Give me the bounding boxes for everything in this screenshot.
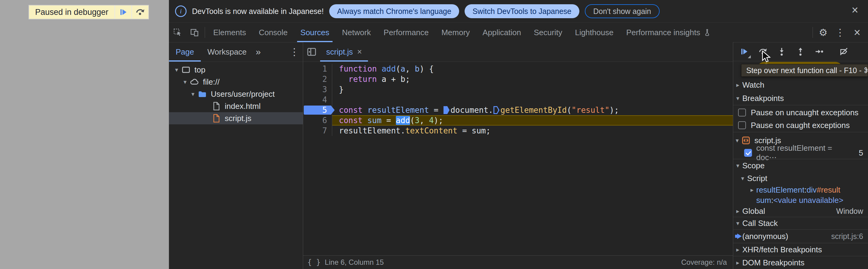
pretty-print-button[interactable]: { } bbox=[303, 258, 325, 267]
chevron-right-icon[interactable]: ▸ bbox=[733, 246, 742, 253]
file-icon bbox=[212, 102, 220, 111]
pause-uncaught-checkbox[interactable] bbox=[738, 109, 746, 116]
tree-item-script-js[interactable]: script.js bbox=[169, 112, 303, 124]
infobar-close-button[interactable]: × bbox=[848, 4, 861, 16]
tab-performance[interactable]: Performance bbox=[377, 23, 435, 42]
always-match-language-button[interactable]: Always match Chrome's language bbox=[329, 4, 459, 18]
file-html-icon bbox=[211, 101, 221, 111]
pause-uncaught-row[interactable]: Pause on uncaught exceptions bbox=[733, 106, 868, 118]
tab-elements[interactable]: Elements bbox=[207, 23, 252, 42]
editor-tab-scriptjs[interactable]: script.js × bbox=[320, 42, 368, 61]
gutter-line-3[interactable]: 3 bbox=[303, 84, 332, 95]
code-line-2[interactable]: 2 return a + b; bbox=[303, 74, 733, 84]
code-text[interactable]: const sum = add(3, 4); bbox=[332, 115, 733, 126]
scope-global-row[interactable]: ▸ Global Window bbox=[733, 205, 868, 217]
selected-call-target: add bbox=[396, 116, 410, 125]
tree-item-file[interactable]: ▾file:// bbox=[169, 76, 303, 88]
chevron-right-icon[interactable]: ▸ bbox=[733, 259, 742, 266]
chevron-right-icon[interactable]: ▸ bbox=[748, 186, 756, 193]
code-line-4[interactable]: 4 bbox=[303, 95, 733, 105]
chevron-down-icon[interactable]: ▾ bbox=[738, 175, 747, 182]
gutter-line-4[interactable]: 4 bbox=[303, 95, 332, 105]
chevron-down-icon[interactable]: ▾ bbox=[733, 137, 741, 144]
switch-devtools-japanese-button[interactable]: Switch DevTools to Japanese bbox=[465, 4, 579, 18]
tab-network[interactable]: Network bbox=[336, 23, 377, 42]
scope-var-sum[interactable]: sum: <value unavailable> bbox=[733, 195, 868, 205]
chevron-down-icon[interactable]: ▾ bbox=[172, 66, 181, 73]
inspect-element-button[interactable] bbox=[169, 23, 186, 42]
devtools-close-button[interactable]: × bbox=[848, 23, 866, 42]
navigator-tab-page[interactable]: Page bbox=[169, 42, 201, 61]
step-over-button[interactable] bbox=[754, 43, 771, 60]
tree-item-index-html[interactable]: index.html bbox=[169, 100, 303, 112]
resume-button[interactable] bbox=[736, 43, 753, 60]
source-code[interactable]: 1function add(a, b) {2 return a + b;3}45… bbox=[303, 62, 733, 255]
breakpoint-entry-row[interactable]: const resultElement = doc⋯ 5 bbox=[733, 147, 868, 159]
section-call-stack[interactable]: ▾ Call Stack bbox=[733, 217, 868, 230]
code-line-5[interactable]: 5const resultElement = document.getEleme… bbox=[303, 105, 733, 115]
chevron-right-icon[interactable]: ▸ bbox=[733, 81, 742, 88]
gutter-line-5[interactable]: 5 bbox=[303, 105, 332, 115]
toggle-navigator-button[interactable] bbox=[303, 42, 320, 61]
chevron-down-icon[interactable]: ▾ bbox=[181, 78, 190, 85]
chevron-down-icon[interactable]: ▾ bbox=[733, 220, 742, 227]
code-text[interactable]: const resultElement = document.getElemen… bbox=[332, 105, 733, 115]
navigator-menu-button[interactable]: ⋮ bbox=[286, 42, 303, 61]
inline-breakpoint-marker[interactable] bbox=[443, 106, 450, 114]
breakpoint-checkbox[interactable] bbox=[744, 149, 752, 157]
navigator-tab-workspace[interactable]: Workspace bbox=[201, 42, 253, 61]
tab-security[interactable]: Security bbox=[528, 23, 569, 42]
tab-performance-insights[interactable]: Performance insights bbox=[620, 23, 717, 42]
code-text[interactable]: } bbox=[332, 84, 733, 95]
code-text[interactable]: return a + b; bbox=[332, 74, 733, 84]
resume-script-button[interactable] bbox=[115, 5, 131, 19]
chevron-down-icon[interactable]: ▾ bbox=[733, 162, 742, 169]
chevron-down-icon[interactable]: ▾ bbox=[733, 95, 742, 102]
section-watch[interactable]: ▸ Watch bbox=[733, 78, 868, 91]
gutter-line-2[interactable]: 2 bbox=[303, 74, 332, 84]
step-into-button[interactable] bbox=[773, 43, 790, 60]
frame-name: (anonymous) bbox=[742, 232, 788, 241]
code-text[interactable]: resultElement.textContent = sum; bbox=[332, 126, 733, 136]
gutter-line-6[interactable]: 6 bbox=[303, 115, 332, 126]
code-text[interactable]: function add(a, b) { bbox=[332, 64, 733, 74]
tree-item-users-user-project[interactable]: ▾Users/user/project bbox=[169, 88, 303, 100]
main-menu-button[interactable]: ⋮ bbox=[832, 23, 848, 42]
code-line-6[interactable]: 6const sum = add(3, 4); bbox=[303, 115, 733, 126]
scope-var-result-element[interactable]: ▸ resultElement: div#result bbox=[733, 185, 868, 195]
tab-close-icon[interactable]: × bbox=[357, 47, 362, 57]
inline-breakpoint-marker[interactable] bbox=[493, 106, 499, 114]
section-xhr-breakpoints[interactable]: ▸ XHR/fetch Breakpoints bbox=[733, 243, 868, 256]
settings-button[interactable]: ⚙ bbox=[815, 23, 832, 42]
step-button[interactable] bbox=[811, 43, 828, 60]
code-line-3[interactable]: 3} bbox=[303, 84, 733, 95]
call-stack-frame-row[interactable]: (anonymous) script.js:6 bbox=[733, 230, 868, 243]
editor-tab-label: script.js bbox=[326, 47, 353, 57]
tab-memory[interactable]: Memory bbox=[435, 23, 476, 42]
step-over-button-page[interactable] bbox=[131, 5, 148, 19]
code-line-1[interactable]: 1function add(a, b) { bbox=[303, 64, 733, 74]
section-scope[interactable]: ▾ Scope bbox=[733, 159, 868, 172]
pause-caught-row[interactable]: Pause on caught exceptions bbox=[733, 118, 868, 132]
section-dom-breakpoints[interactable]: ▸ DOM Breakpoints bbox=[733, 256, 868, 269]
pause-caught-checkbox[interactable] bbox=[738, 121, 746, 129]
more-tabs-button[interactable]: » bbox=[253, 42, 263, 61]
scope-script-row[interactable]: ▾ Script bbox=[733, 172, 868, 185]
step-out-button[interactable] bbox=[792, 43, 809, 60]
tab-console[interactable]: Console bbox=[252, 23, 294, 42]
gutter-line-7[interactable]: 7 bbox=[303, 126, 332, 136]
section-breakpoints[interactable]: ▾ Breakpoints bbox=[733, 91, 868, 105]
code-text[interactable] bbox=[332, 95, 733, 105]
tab-application[interactable]: Application bbox=[476, 23, 527, 42]
dont-show-again-button[interactable]: Don't show again bbox=[585, 4, 660, 18]
code-line-7[interactable]: 7resultElement.textContent = sum; bbox=[303, 126, 733, 136]
tab-lighthouse[interactable]: Lighthouse bbox=[568, 23, 620, 42]
tab-sources[interactable]: Sources bbox=[294, 23, 336, 42]
gutter-line-1[interactable]: 1 bbox=[303, 64, 332, 74]
device-toolbar-button[interactable] bbox=[186, 23, 203, 42]
chevron-right-icon[interactable]: ▸ bbox=[733, 208, 742, 215]
deactivate-breakpoints-button[interactable] bbox=[835, 43, 852, 60]
tree-item-top[interactable]: ▾top bbox=[169, 64, 303, 76]
frame-location[interactable]: script.js:6 bbox=[831, 232, 868, 241]
chevron-down-icon[interactable]: ▾ bbox=[188, 90, 197, 98]
